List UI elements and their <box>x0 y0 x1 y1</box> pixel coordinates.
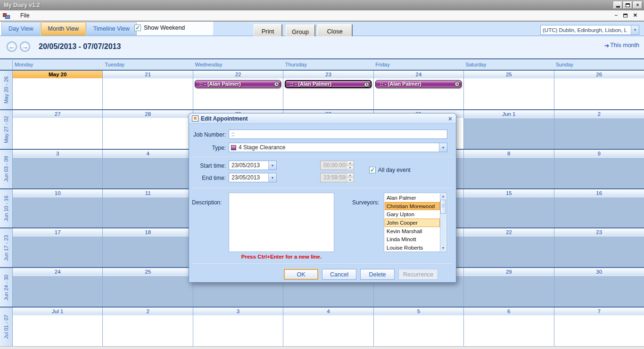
chevron-down-icon[interactable]: ▼ <box>268 161 276 170</box>
day-body[interactable] <box>103 276 192 307</box>
day-body[interactable] <box>554 276 644 307</box>
day-cell-2[interactable]: 2 <box>103 308 193 346</box>
day-body[interactable] <box>13 316 102 346</box>
tab-timeline-view[interactable]: Timeline View <box>86 22 137 35</box>
tab-day-view[interactable]: Day View <box>1 22 41 35</box>
day-body[interactable] <box>103 118 192 149</box>
day-cell-jun-1[interactable]: Jun 1 <box>464 110 554 149</box>
tab-month-view[interactable]: Month View <box>41 22 86 35</box>
day-cell-11[interactable]: 11 <box>103 189 193 228</box>
day-body[interactable] <box>554 316 644 346</box>
type-combobox[interactable]: 4 Stage Clearance ▼ <box>229 143 447 152</box>
day-cell-22[interactable]: 22:: - (Alan Palmer) <box>193 71 283 109</box>
previous-period-button[interactable]: ← <box>7 41 17 52</box>
day-cell-24[interactable]: 24:: - (Alan Palmer) <box>374 71 464 109</box>
this-month-link[interactable]: ➔ This month <box>604 42 639 49</box>
day-body[interactable] <box>374 316 463 346</box>
minimize-button[interactable] <box>613 1 622 9</box>
day-cell-27[interactable]: 27 <box>13 110 103 149</box>
day-body[interactable] <box>554 158 644 188</box>
scroll-down-icon[interactable]: ▼ <box>440 245 446 251</box>
day-body[interactable] <box>464 79 553 109</box>
day-body[interactable] <box>464 197 553 228</box>
day-cell-15[interactable]: 15 <box>464 189 554 228</box>
surveyor-item[interactable]: Alan Palmer <box>385 194 440 202</box>
day-body[interactable] <box>103 197 192 228</box>
appointment-bar[interactable]: :: - (Alan Palmer) <box>285 80 371 88</box>
mdi-restore-button[interactable] <box>623 14 627 17</box>
day-cell-25[interactable]: 25 <box>103 268 193 307</box>
selection-handle-right[interactable] <box>370 83 372 86</box>
surveyors-listbox[interactable]: Alan PalmerChristian MorewoodGary UptonJ… <box>384 193 447 252</box>
description-textarea[interactable] <box>229 193 334 252</box>
day-body[interactable] <box>13 197 102 228</box>
day-cell-21[interactable]: 21 <box>103 71 193 109</box>
start-date-picker[interactable]: 23/05/2013 ▼ <box>229 161 277 170</box>
chevron-down-icon[interactable]: ▼ <box>631 25 639 34</box>
day-cell-23[interactable]: 23:: - (Alan Palmer) <box>283 71 373 109</box>
show-weekend-checkbox[interactable]: ✓ <box>134 24 141 31</box>
surveyor-item[interactable]: Louise Roberts <box>385 243 440 252</box>
day-cell-5[interactable]: 5 <box>374 308 464 346</box>
all-day-checkbox[interactable]: ✓ <box>369 167 376 173</box>
day-body[interactable] <box>13 118 102 149</box>
mdi-close-button[interactable]: ✕ <box>633 13 637 18</box>
scroll-up-icon[interactable]: ▲ <box>440 194 446 199</box>
day-cell-3[interactable]: 3 <box>13 150 103 188</box>
day-cell-18[interactable]: 18 <box>103 228 193 267</box>
day-cell-8[interactable]: 8 <box>464 150 554 188</box>
restore-button[interactable] <box>623 1 632 9</box>
day-body[interactable] <box>554 197 644 228</box>
day-cell-3[interactable]: 3 <box>193 308 283 346</box>
day-cell-2[interactable]: 2 <box>554 110 644 149</box>
surveyor-item[interactable]: Gary Upton <box>385 210 440 219</box>
day-cell-10[interactable]: 10 <box>13 189 103 228</box>
day-cell-jul-1[interactable]: Jul 1 <box>13 308 103 346</box>
day-body[interactable] <box>283 316 373 346</box>
day-body[interactable] <box>193 316 283 346</box>
day-body[interactable] <box>554 236 644 267</box>
day-cell-29[interactable]: 29 <box>464 268 554 307</box>
surveyor-item[interactable]: Christian Morewood <box>385 202 440 211</box>
close-button[interactable]: × <box>633 1 642 9</box>
day-body[interactable] <box>464 316 553 346</box>
day-cell-25[interactable]: 25 <box>464 71 554 109</box>
day-body[interactable] <box>103 158 192 188</box>
appointment-bar[interactable]: :: - (Alan Palmer) <box>375 80 462 88</box>
scrollbar-thumb[interactable] <box>440 200 446 214</box>
day-body[interactable] <box>13 158 102 188</box>
delete-button[interactable]: Delete <box>360 269 395 280</box>
day-cell-22[interactable]: 22 <box>464 228 554 267</box>
day-body[interactable] <box>103 79 192 109</box>
day-cell-26[interactable]: 26 <box>554 71 644 109</box>
chevron-down-icon[interactable]: ▼ <box>439 143 447 152</box>
next-period-button[interactable]: → <box>20 41 30 52</box>
dialog-close-icon[interactable]: × <box>448 115 452 122</box>
day-cell-17[interactable]: 17 <box>13 228 103 267</box>
menu-file[interactable]: File <box>17 11 33 20</box>
ok-button[interactable]: OK <box>284 269 318 280</box>
day-cell-28[interactable]: 28 <box>103 110 193 149</box>
day-cell-9[interactable]: 9 <box>554 150 644 188</box>
day-cell-6[interactable]: 6 <box>464 308 554 346</box>
day-body[interactable] <box>103 236 192 267</box>
end-date-picker[interactable]: 23/05/2013 ▼ <box>229 173 277 182</box>
day-body[interactable] <box>554 79 644 109</box>
day-cell-23[interactable]: 23 <box>554 228 644 267</box>
chevron-down-icon[interactable]: ▼ <box>268 173 276 182</box>
day-body[interactable] <box>464 236 553 267</box>
surveyors-scrollbar[interactable]: ▲ ▼ <box>440 194 446 251</box>
day-cell-4[interactable]: 4 <box>103 150 193 188</box>
day-body[interactable] <box>13 79 102 109</box>
day-body[interactable] <box>13 236 102 267</box>
day-body[interactable] <box>554 118 644 149</box>
day-cell-24[interactable]: 24 <box>13 268 103 307</box>
timezone-combobox[interactable]: (UTC) Dublin, Edinburgh, Lisbon, L ▼ <box>540 25 639 35</box>
day-body[interactable] <box>464 118 553 149</box>
day-cell-30[interactable]: 30 <box>554 268 644 307</box>
day-body[interactable] <box>464 158 553 188</box>
mdi-minimize-button[interactable]: – <box>615 13 618 18</box>
day-cell-may-20[interactable]: May 20 <box>13 71 103 109</box>
day-body[interactable] <box>103 316 192 346</box>
selection-handle-left[interactable] <box>285 83 287 86</box>
